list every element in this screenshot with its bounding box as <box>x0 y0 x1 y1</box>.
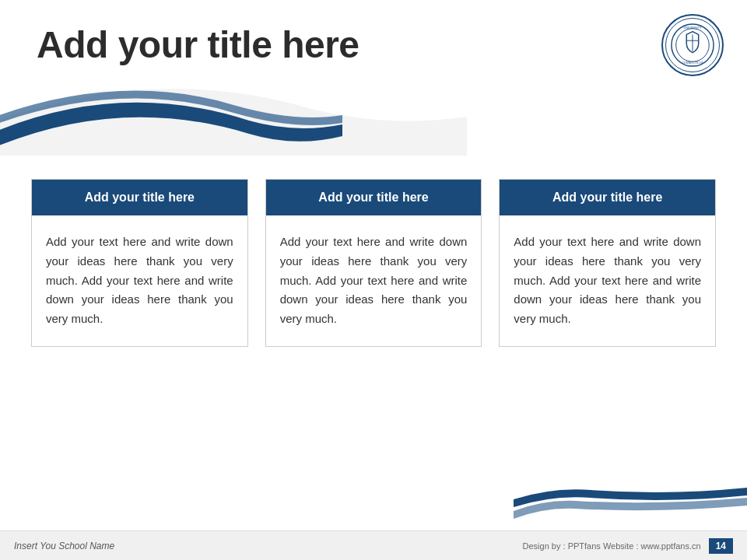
card-3-body: Add your text here and write down your i… <box>500 215 715 346</box>
bottom-decoration <box>514 484 747 530</box>
slide: Add your title here CONNECTICUT UNIVERSI… <box>0 0 747 560</box>
logo-text: CONNECTICUT UNIVERSITY <box>665 18 720 72</box>
card-1: Add your title here Add your text here a… <box>31 179 248 347</box>
card-2-header: Add your title here <box>266 180 482 215</box>
main-title: Add your title here <box>37 23 359 66</box>
cards-container: Add your title here Add your text here a… <box>31 179 716 347</box>
page-number: 14 <box>709 538 733 554</box>
footer-right: Design by : PPTfans Website : www.pptfan… <box>523 538 733 554</box>
card-1-body: Add your text here and write down your i… <box>32 215 247 346</box>
svg-text:UNIVERSITY: UNIVERSITY <box>683 26 702 30</box>
bottom-bar: Insert You School Name Design by : PPTfa… <box>0 530 747 560</box>
card-2: Add your title here Add your text here a… <box>265 179 482 347</box>
card-3-header: Add your title here <box>500 180 715 215</box>
card-1-header: Add your title here <box>32 180 247 215</box>
card-3: Add your title here Add your text here a… <box>499 179 716 347</box>
svg-text:CONNECTICUT: CONNECTICUT <box>682 61 704 65</box>
school-name-label: Insert You School Name <box>14 541 114 551</box>
university-logo: CONNECTICUT UNIVERSITY <box>661 14 724 76</box>
card-2-body: Add your text here and write down your i… <box>266 215 482 346</box>
credit-text: Design by : PPTfans Website : www.pptfan… <box>523 541 701 551</box>
